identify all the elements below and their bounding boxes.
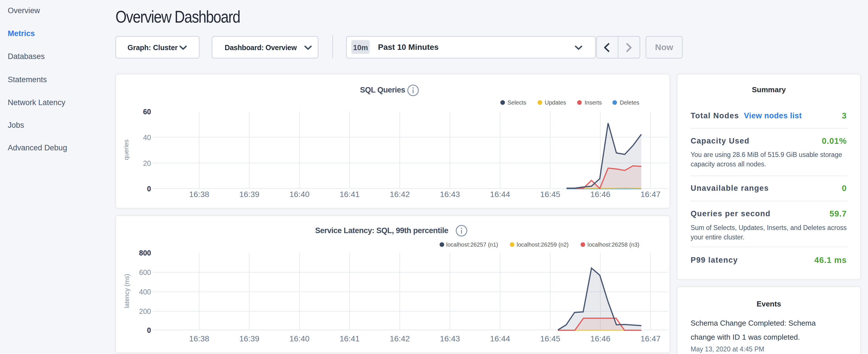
- svg-text:16:47: 16:47: [641, 190, 660, 199]
- svg-text:800: 800: [139, 249, 151, 257]
- svg-text:20: 20: [143, 159, 151, 167]
- svg-text:16:43: 16:43: [440, 190, 460, 199]
- svg-text:16:43: 16:43: [440, 334, 460, 343]
- svg-text:600: 600: [139, 268, 151, 277]
- svg-text:16:41: 16:41: [340, 190, 360, 199]
- svg-text:16:38: 16:38: [189, 190, 209, 199]
- svg-text:0: 0: [147, 185, 151, 193]
- svg-text:latency (ms): latency (ms): [123, 274, 130, 308]
- svg-text:16:39: 16:39: [239, 190, 259, 199]
- svg-text:16:44: 16:44: [490, 334, 510, 343]
- svg-text:200: 200: [139, 307, 151, 315]
- svg-text:16:40: 16:40: [289, 334, 309, 343]
- svg-text:16:42: 16:42: [390, 190, 410, 199]
- svg-text:16:39: 16:39: [239, 334, 259, 343]
- svg-text:0: 0: [147, 326, 151, 334]
- svg-text:16:47: 16:47: [641, 334, 660, 343]
- svg-text:16:41: 16:41: [340, 334, 360, 343]
- svg-text:16:45: 16:45: [540, 190, 560, 199]
- svg-text:16:45: 16:45: [540, 334, 560, 343]
- svg-text:16:44: 16:44: [490, 190, 510, 199]
- svg-text:16:42: 16:42: [390, 334, 410, 343]
- svg-text:400: 400: [139, 288, 151, 296]
- svg-text:16:38: 16:38: [189, 334, 209, 343]
- svg-text:16:46: 16:46: [590, 190, 610, 199]
- svg-text:60: 60: [143, 108, 151, 116]
- svg-text:queries: queries: [123, 139, 130, 160]
- svg-text:40: 40: [143, 133, 151, 141]
- svg-text:16:40: 16:40: [289, 190, 309, 199]
- svg-text:16:46: 16:46: [590, 334, 610, 343]
